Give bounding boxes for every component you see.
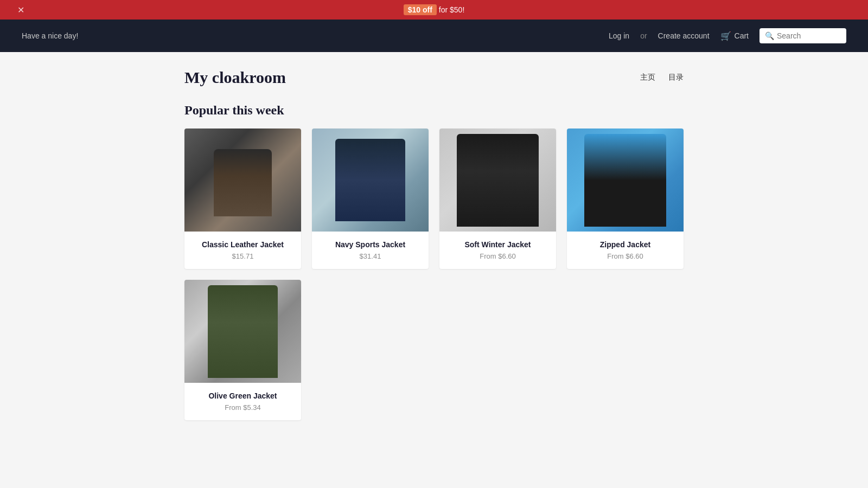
header-separator: or <box>640 31 647 40</box>
product-info-4: Olive Green Jacket From $5.34 <box>184 383 301 420</box>
product-info-3: Zipped Jacket From $6.60 <box>567 232 684 269</box>
product-price-3: From $6.60 <box>576 252 675 260</box>
product-info-0: Classic Leather Jacket $15.71 <box>184 232 301 269</box>
search-wrapper: 🔍 <box>760 28 846 43</box>
product-image-0 <box>184 129 301 232</box>
product-info-1: Navy Sports Jacket $31.41 <box>312 232 429 269</box>
product-price-4: From $5.34 <box>193 403 292 412</box>
product-card-2[interactable]: Soft Winter Jacket From $6.60 <box>439 129 556 269</box>
header-greeting: Have a nice day! <box>22 31 78 40</box>
product-name-1: Navy Sports Jacket <box>321 240 420 249</box>
header: Have a nice day! Log in or Create accoun… <box>0 20 868 52</box>
product-image-3 <box>567 129 684 232</box>
login-link[interactable]: Log in <box>609 31 629 40</box>
popular-section: Popular this week Classic Leather Jacket… <box>184 103 684 420</box>
product-image-2 <box>439 129 556 232</box>
product-name-2: Soft Winter Jacket <box>448 240 547 249</box>
product-price-0: $15.71 <box>193 252 292 260</box>
product-name-0: Classic Leather Jacket <box>193 240 292 249</box>
main-content: My cloakroom 主页 目录 Popular this week Cla… <box>174 52 694 436</box>
product-grid-row1: Classic Leather Jacket $15.71 Navy Sport… <box>184 129 684 269</box>
discount-badge: $10 off <box>404 4 437 15</box>
site-title: My cloakroom <box>184 68 286 87</box>
product-price-2: From $6.60 <box>448 252 547 260</box>
nav-catalog[interactable]: 目录 <box>668 73 684 82</box>
product-card-0[interactable]: Classic Leather Jacket $15.71 <box>184 129 301 269</box>
product-card-4[interactable]: Olive Green Jacket From $5.34 <box>184 280 301 420</box>
nav-home[interactable]: 主页 <box>640 73 655 82</box>
section-title: Popular this week <box>184 103 684 118</box>
product-price-1: $31.41 <box>321 252 420 260</box>
cart-icon: 🛒 <box>720 31 731 41</box>
product-info-2: Soft Winter Jacket From $6.60 <box>439 232 556 269</box>
product-grid-row2: Olive Green Jacket From $5.34 <box>184 280 684 420</box>
create-account-link[interactable]: Create account <box>658 31 710 40</box>
announcement-bar: ✕ $10 off for $50! <box>0 0 868 20</box>
announcement-text: for $50! <box>439 5 464 14</box>
search-icon: 🔍 <box>765 31 774 40</box>
product-name-3: Zipped Jacket <box>576 240 675 249</box>
close-icon[interactable]: ✕ <box>17 5 24 15</box>
product-name-4: Olive Green Jacket <box>193 391 292 400</box>
cart-label: Cart <box>735 31 749 40</box>
header-right: Log in or Create account 🛒 Cart 🔍 <box>609 28 846 43</box>
product-card-3[interactable]: Zipped Jacket From $6.60 <box>567 129 684 269</box>
product-image-1 <box>312 129 429 232</box>
product-card-1[interactable]: Navy Sports Jacket $31.41 <box>312 129 429 269</box>
site-title-bar: My cloakroom 主页 目录 <box>184 68 684 87</box>
product-image-4 <box>184 280 301 383</box>
cart-link[interactable]: 🛒 Cart <box>720 31 749 41</box>
site-nav: 主页 目录 <box>640 73 684 82</box>
